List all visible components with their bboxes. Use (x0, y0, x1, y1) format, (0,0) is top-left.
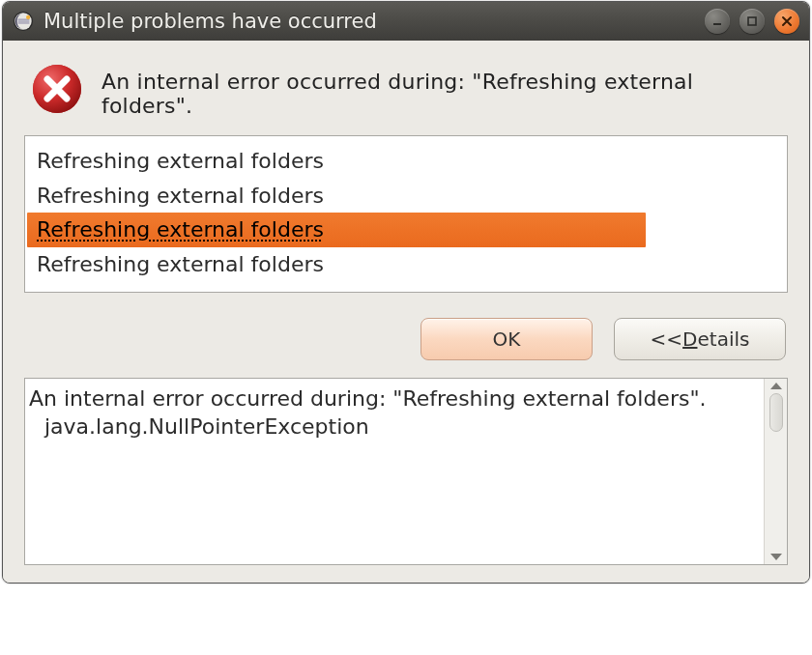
list-item-label: Refreshing external folders (33, 217, 324, 242)
list-item[interactable]: Refreshing external folders (31, 179, 781, 214)
scroll-down-icon[interactable] (770, 554, 782, 560)
svg-rect-3 (18, 21, 30, 22)
titlebar[interactable]: Multiple problems have occurred (3, 2, 809, 41)
details-panel: An internal error occurred during: "Refr… (24, 378, 788, 565)
list-item[interactable]: Refreshing external folders (31, 144, 781, 179)
svg-point-5 (26, 15, 30, 19)
maximize-button[interactable] (740, 9, 765, 34)
dialog-client: An internal error occurred during: "Refr… (3, 41, 809, 583)
close-button[interactable] (774, 9, 799, 34)
window-controls (705, 9, 799, 34)
details-text[interactable]: An internal error occurred during: "Refr… (25, 379, 764, 564)
problem-list[interactable]: Refreshing external folders Refreshing e… (24, 135, 788, 293)
eclipse-icon (13, 11, 34, 32)
details-button[interactable]: << Details (614, 318, 786, 360)
dialog-window: Multiple problems have occurred (2, 1, 810, 584)
details-prefix: << (651, 328, 683, 351)
error-icon (32, 64, 82, 114)
list-item-selected[interactable]: Refreshing external folders (31, 213, 781, 247)
svg-rect-6 (713, 23, 721, 25)
scrollbar[interactable] (764, 379, 787, 564)
scroll-track[interactable] (769, 393, 783, 550)
message-text: An internal error occurred during: "Refr… (102, 64, 788, 118)
details-line-1: An internal error occurred during: "Refr… (29, 386, 707, 411)
details-mnemonic: D (682, 328, 697, 351)
button-row: OK << Details (3, 293, 809, 378)
title-text: Multiple problems have occurred (44, 10, 705, 33)
details-line-2: java.lang.NullPointerException (29, 413, 756, 441)
message-row: An internal error occurred during: "Refr… (3, 41, 809, 135)
list-item[interactable]: Refreshing external folders (31, 247, 781, 282)
scroll-thumb[interactable] (769, 393, 783, 432)
list-item-label: Refreshing external folders (33, 184, 324, 208)
ok-button[interactable]: OK (420, 318, 593, 360)
ok-button-label: OK (493, 328, 521, 351)
details-rest: etails (697, 328, 749, 351)
minimize-button[interactable] (705, 9, 730, 34)
scroll-up-icon[interactable] (770, 383, 782, 389)
list-item-label: Refreshing external folders (33, 149, 324, 173)
svg-rect-4 (18, 22, 30, 23)
list-item-label: Refreshing external folders (33, 252, 324, 276)
svg-rect-7 (748, 17, 756, 25)
